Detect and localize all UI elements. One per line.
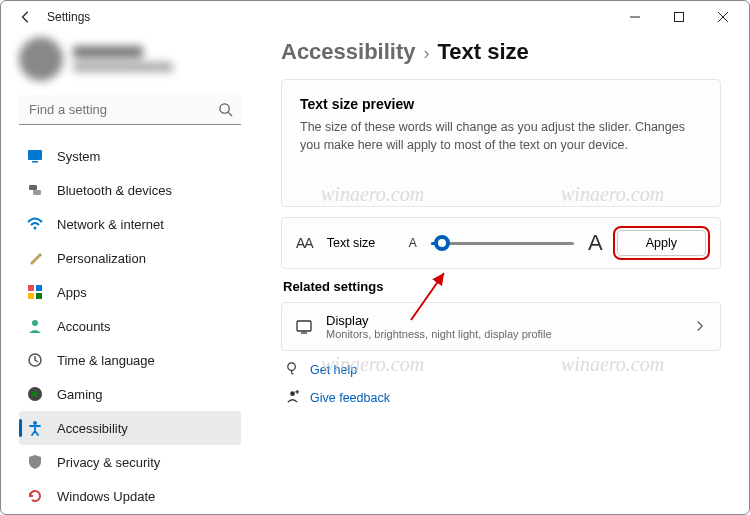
preview-card: Text size preview The size of these word… [281,79,721,207]
svg-point-18 [290,391,295,396]
avatar [19,37,63,81]
nav-label: Time & language [57,353,155,368]
apply-button[interactable]: Apply [617,230,706,256]
svg-point-15 [33,421,37,425]
help-icon [285,361,300,379]
person-icon [27,318,43,334]
wifi-icon [27,216,43,232]
sidebar-item-privacy[interactable]: Privacy & security [19,445,241,479]
sidebar-item-system[interactable]: System [19,139,241,173]
svg-rect-8 [36,285,42,291]
preview-body: The size of these words will change as y… [300,118,702,154]
display-title: Display [326,313,552,328]
give-feedback-link[interactable]: Give feedback [281,389,721,407]
apps-icon [27,284,43,300]
sidebar-item-accessibility[interactable]: Accessibility [19,411,241,445]
text-size-label: Text size [327,236,395,250]
svg-point-6 [34,227,37,230]
accessibility-icon [27,420,43,436]
arrow-left-icon [19,10,33,24]
svg-point-17 [288,363,296,371]
back-button[interactable] [17,8,35,26]
window-controls [613,2,745,32]
preview-heading: Text size preview [300,96,702,112]
feedback-icon [285,389,300,407]
nav-label: Apps [57,285,87,300]
clock-icon [27,352,43,368]
brush-icon [27,250,43,266]
nav-label: Network & internet [57,217,164,232]
display-link-card[interactable]: Display Monitors, brightness, night ligh… [281,302,721,351]
minimize-icon [630,12,640,22]
maximize-button[interactable] [657,2,701,32]
shield-icon [27,454,43,470]
small-a-label: A [409,236,417,250]
slider-track [431,242,574,245]
related-heading: Related settings [283,279,721,294]
nav-label: System [57,149,100,164]
sidebar-item-network[interactable]: Network & internet [19,207,241,241]
chevron-right-icon [694,318,706,336]
sidebar-item-gaming[interactable]: Gaming [19,377,241,411]
nav-label: Privacy & security [57,455,160,470]
nav-label: Personalization [57,251,146,266]
maximize-icon [674,12,684,22]
system-icon [27,148,43,164]
sidebar-item-update[interactable]: Windows Update [19,479,241,504]
profile-email [73,62,173,72]
search-input[interactable] [19,95,241,125]
sidebar-item-bluetooth[interactable]: Bluetooth & devices [19,173,241,207]
nav-list: System Bluetooth & devices Network & int… [19,139,241,504]
close-button[interactable] [701,2,745,32]
profile-block[interactable] [19,37,241,81]
nav-label: Bluetooth & devices [57,183,172,198]
display-icon [296,319,312,335]
nav-label: Accessibility [57,421,128,436]
profile-name [73,46,143,58]
title-bar: Settings [1,1,749,33]
page-title: Text size [438,39,529,65]
window-title: Settings [47,10,613,24]
minimize-button[interactable] [613,2,657,32]
get-help-link[interactable]: Get help [281,361,721,379]
slider-thumb[interactable] [434,235,450,251]
close-icon [718,12,728,22]
svg-point-1 [220,104,229,113]
svg-rect-0 [675,13,684,22]
svg-rect-3 [32,161,38,163]
nav-label: Gaming [57,387,103,402]
display-subtitle: Monitors, brightness, night light, displ… [326,328,552,340]
svg-rect-4 [29,185,37,190]
svg-point-14 [32,391,38,397]
sidebar-item-apps[interactable]: Apps [19,275,241,309]
breadcrumb-parent[interactable]: Accessibility [281,39,416,65]
gaming-icon [27,386,43,402]
chevron-right-icon: › [424,43,430,64]
svg-rect-16 [297,321,311,331]
sidebar-item-accounts[interactable]: Accounts [19,309,241,343]
update-icon [27,488,43,504]
bluetooth-icon [27,182,43,198]
nav-label: Accounts [57,319,110,334]
svg-rect-2 [28,150,42,160]
sidebar-item-personalization[interactable]: Personalization [19,241,241,275]
get-help-label: Get help [310,363,357,377]
big-a-label: A [588,230,603,256]
main-panel: Accessibility › Text size Text size prev… [251,33,749,514]
text-size-row: AA Text size A A Apply [281,217,721,269]
search-box [19,95,241,125]
text-size-slider[interactable] [431,242,574,245]
svg-rect-7 [28,285,34,291]
breadcrumb: Accessibility › Text size [281,39,721,65]
nav-label: Windows Update [57,489,155,504]
sidebar-item-time[interactable]: Time & language [19,343,241,377]
sidebar: System Bluetooth & devices Network & int… [1,33,251,514]
search-icon [218,102,233,121]
svg-rect-9 [28,293,34,299]
svg-rect-5 [33,190,41,195]
svg-rect-10 [36,293,42,299]
svg-point-11 [32,320,38,326]
text-size-icon: AA [296,235,313,251]
give-feedback-label: Give feedback [310,391,390,405]
